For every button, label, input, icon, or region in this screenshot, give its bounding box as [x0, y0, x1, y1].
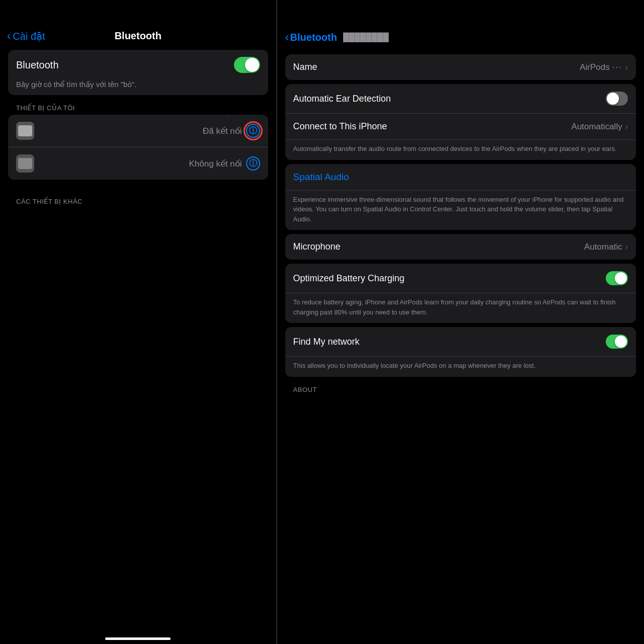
info-button-2[interactable]: ⓘ — [246, 156, 260, 171]
left-panel: ‹ Cài đặt Bluetooth Bluetooth Bây giờ có… — [0, 0, 277, 644]
home-bar — [105, 637, 171, 640]
back-button[interactable]: ‹ Cài đặt — [7, 30, 45, 43]
right-content: Name AirPods ··· › Automatic Ear Detecti… — [277, 49, 644, 644]
toggle-knob — [245, 58, 259, 72]
battery-toggle-knob — [615, 272, 627, 284]
name-label: Name — [293, 62, 317, 72]
left-nav-title: Bluetooth — [115, 30, 162, 42]
bluetooth-toggle-card: Bluetooth Bây giờ có thể tìm thấy với tê… — [8, 50, 268, 95]
spatial-audio-label: Spatial Audio — [293, 172, 349, 183]
right-back-chevron-icon: ‹ — [285, 30, 289, 44]
microphone-row[interactable]: Microphone Automatic › — [285, 234, 636, 260]
airpods-icon-1 — [18, 125, 32, 136]
auto-ear-row: Automatic Ear Detection — [285, 84, 636, 114]
find-my-toggle-knob — [615, 336, 627, 348]
ear-connect-card: Automatic Ear Detection Connect to This … — [285, 84, 636, 160]
about-section-label: ABOUT — [285, 381, 636, 396]
spatial-audio-description: Experience immersive three-dimensional s… — [285, 191, 636, 230]
airpods-icon-2 — [18, 158, 32, 169]
device-row-2: Không kết nối ⓘ — [8, 147, 268, 180]
find-my-row: Find My network — [285, 327, 636, 357]
microphone-chevron-icon: › — [625, 243, 628, 252]
bluetooth-toggle[interactable] — [234, 57, 260, 73]
microphone-card: Microphone Automatic › — [285, 234, 636, 260]
my-devices-label: THIẾT BỊ CỦA TÔI — [8, 99, 268, 115]
name-card: Name AirPods ··· › — [285, 54, 636, 80]
connect-iphone-row[interactable]: Connect to This iPhone Automatically › — [285, 114, 636, 140]
auto-ear-label: Automatic Ear Detection — [293, 94, 391, 104]
right-device-name: ████████ — [343, 33, 389, 42]
optimized-battery-row: Optimized Battery Charging — [285, 264, 636, 293]
back-chevron-icon: ‹ — [7, 30, 11, 43]
left-content: Bluetooth Bây giờ có thể tìm thấy với tê… — [0, 50, 276, 626]
device-icon-2 — [16, 154, 34, 173]
device-left-1 — [16, 122, 34, 140]
optimized-battery-label: Optimized Battery Charging — [293, 273, 405, 284]
connect-chevron-icon: › — [625, 122, 628, 131]
back-label: Cài đặt — [13, 30, 45, 42]
name-value: AirPods ··· › — [580, 62, 628, 72]
microphone-label: Microphone — [293, 242, 341, 252]
name-value-text: AirPods ··· — [580, 62, 622, 72]
home-indicator — [0, 626, 276, 644]
device-status-1: Đã kết nối ⓘ — [203, 124, 260, 138]
find-my-label: Find My network — [293, 337, 360, 347]
connect-value: Automatically › — [572, 122, 628, 132]
battery-card: Optimized Battery Charging To reduce bat… — [285, 264, 636, 323]
device-disconnected-text: Không kết nối — [189, 158, 242, 169]
right-panel: ‹ Bluetooth ████████ Name AirPods ··· › … — [277, 0, 644, 644]
battery-description: To reduce battery aging, iPhone and AirP… — [285, 293, 636, 323]
bluetooth-subtitle: Bây giờ có thể tìm thấy với tên "bò". — [8, 80, 268, 95]
spatial-audio-card: Spatial Audio Experience immersive three… — [285, 164, 636, 230]
device-connected-text: Đã kết nối — [203, 126, 242, 136]
info-button-1[interactable]: ⓘ — [246, 124, 260, 138]
name-chevron-icon: › — [625, 63, 628, 72]
loading-spinner: ✳ — [85, 194, 94, 207]
microphone-value: Automatic › — [584, 242, 628, 252]
name-row[interactable]: Name AirPods ··· › — [285, 54, 636, 80]
bluetooth-toggle-row: Bluetooth — [8, 50, 268, 80]
connect-value-text: Automatically — [572, 122, 622, 132]
find-my-toggle[interactable] — [606, 335, 628, 349]
find-my-description: This allows you to individually locate y… — [285, 357, 636, 377]
right-back-button[interactable]: ‹ Bluetooth — [285, 30, 337, 44]
my-devices-card: Đã kết nối ⓘ — [8, 115, 268, 180]
right-nav-title: Bluetooth — [290, 32, 337, 43]
device-status-2: Không kết nối ⓘ — [189, 156, 260, 171]
left-nav-bar: ‹ Cài đặt Bluetooth — [0, 25, 276, 50]
battery-toggle[interactable] — [606, 271, 628, 285]
auto-ear-toggle[interactable] — [606, 92, 628, 106]
others-section: CÁC THIẾT BỊ KHÁC ✳ — [8, 184, 268, 207]
left-status-bar — [0, 0, 276, 25]
device-left-2 — [16, 154, 34, 173]
other-devices-label: CÁC THIẾT BỊ KHÁC — [16, 198, 83, 205]
spatial-audio-row[interactable]: Spatial Audio — [285, 164, 636, 191]
auto-ear-toggle-knob — [607, 93, 619, 105]
device-icon-1 — [16, 122, 34, 140]
connect-description: Automatically transfer the audio route f… — [285, 140, 636, 160]
right-nav-bar: ‹ Bluetooth ████████ — [277, 0, 644, 49]
bluetooth-toggle-label: Bluetooth — [16, 59, 59, 71]
device-row-1: Đã kết nối ⓘ — [8, 115, 268, 147]
find-my-card: Find My network This allows you to indiv… — [285, 327, 636, 377]
connect-iphone-label: Connect to This iPhone — [293, 121, 387, 132]
microphone-value-text: Automatic — [584, 242, 622, 252]
